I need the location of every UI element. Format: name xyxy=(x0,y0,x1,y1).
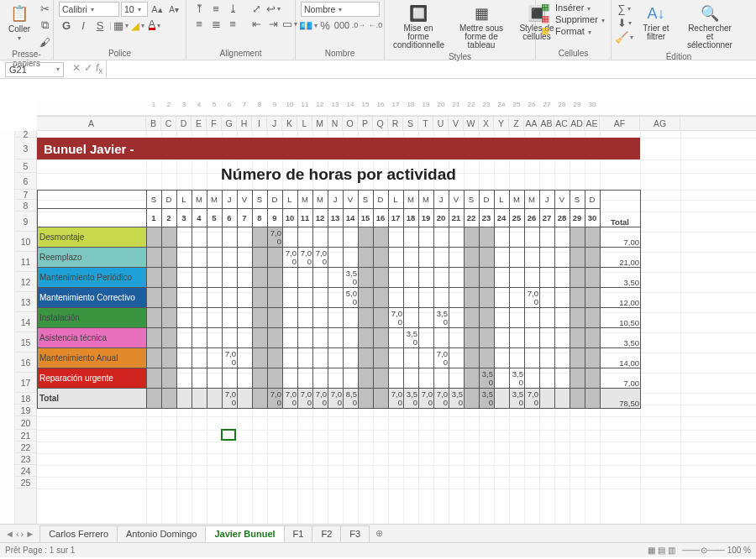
orientation-icon[interactable]: ⤢ xyxy=(249,2,264,15)
delete-cells-button[interactable]: ▦ Supprimer xyxy=(541,13,605,24)
sheet-tab[interactable]: F3 xyxy=(340,525,370,542)
copy-icon[interactable]: ⧉ xyxy=(37,18,52,32)
clear-icon[interactable]: 🧹 xyxy=(617,30,632,44)
bold-button[interactable]: G xyxy=(59,18,74,32)
accept-formula-icon[interactable]: ✓ xyxy=(84,62,92,76)
row-header-23[interactable]: 23 xyxy=(15,453,36,465)
col-header-R[interactable]: R xyxy=(388,117,403,130)
find-select-button[interactable]: 🔍 Rechercher et sélectionner xyxy=(680,2,739,51)
sheet-tab[interactable]: Carlos Ferrero xyxy=(39,525,118,542)
col-header-H[interactable]: H xyxy=(237,117,252,130)
sheet-tab[interactable]: Antonio Domingo xyxy=(117,525,206,542)
row-header-25[interactable]: 25 xyxy=(15,477,36,488)
sheet-tab[interactable]: Javier Bunuel xyxy=(205,525,284,542)
row-header-14[interactable]: 14 xyxy=(15,312,36,332)
decrease-decimal-icon[interactable]: ←.0 xyxy=(368,18,383,32)
col-header-O[interactable]: O xyxy=(343,117,358,130)
insert-cells-button[interactable]: ▦ Insérer xyxy=(541,2,591,13)
col-header-AB[interactable]: AB xyxy=(539,117,554,130)
currency-icon[interactable]: 💶 xyxy=(301,18,316,32)
cancel-formula-icon[interactable]: ✕ xyxy=(72,62,81,76)
col-header-M[interactable]: M xyxy=(312,117,328,130)
col-header-F[interactable]: F xyxy=(207,117,222,130)
decrease-font-icon[interactable]: A▾ xyxy=(166,3,181,16)
font-size-select[interactable]: 10 xyxy=(121,2,148,17)
col-header-J[interactable]: J xyxy=(267,117,282,130)
number-format-select[interactable]: Nombre xyxy=(301,2,380,17)
percent-icon[interactable]: % xyxy=(318,18,333,32)
formula-input[interactable] xyxy=(106,60,756,78)
row-header-20[interactable]: 20 xyxy=(15,416,36,430)
align-right-icon[interactable]: ≡ xyxy=(225,17,240,30)
underline-button[interactable]: S xyxy=(92,18,108,32)
sort-filter-button[interactable]: A↓ Trier et filtrer xyxy=(635,2,677,43)
col-header-D[interactable]: D xyxy=(176,117,192,130)
tab-first-icon[interactable]: ◄ xyxy=(5,529,14,539)
col-header-Q[interactable]: Q xyxy=(373,117,388,130)
column-headers[interactable]: ABCDEFGHIJKLMNOPQRSTUVWXYZAAABACADAEAFAG xyxy=(37,116,756,131)
new-sheet-icon[interactable]: ⊕ xyxy=(369,528,390,539)
worksheet-grid[interactable]: Bunuel Javier -Número de horas por activ… xyxy=(37,131,756,524)
align-center-icon[interactable]: ≣ xyxy=(208,17,223,30)
increase-font-icon[interactable]: A▴ xyxy=(150,3,165,16)
align-bottom-icon[interactable]: ⤓ xyxy=(225,2,240,15)
format-cells-button[interactable]: ▦ Format xyxy=(541,25,591,36)
name-box[interactable]: G21▾ xyxy=(5,62,64,77)
col-header-S[interactable]: S xyxy=(403,117,418,130)
sheet-tab[interactable]: F1 xyxy=(284,525,313,542)
row-header-22[interactable]: 22 xyxy=(15,441,36,453)
col-header-Y[interactable]: Y xyxy=(494,117,509,130)
autosum-icon[interactable]: ∑ xyxy=(617,2,632,15)
paste-button[interactable]: 📋 Coller ▾ xyxy=(5,2,34,44)
row-header-2[interactable]: 2 xyxy=(15,131,36,138)
italic-button[interactable]: I xyxy=(76,18,91,32)
col-header-E[interactable]: E xyxy=(192,117,207,130)
row-header-17[interactable]: 17 xyxy=(15,373,36,393)
tab-prev-icon[interactable]: ‹ xyxy=(16,529,19,539)
increase-decimal-icon[interactable]: .0→ xyxy=(351,18,366,32)
increase-indent-icon[interactable]: ⇥ xyxy=(265,17,281,30)
col-header-P[interactable]: P xyxy=(358,117,373,130)
wrap-text-icon[interactable]: ↩ xyxy=(265,2,281,15)
tab-last-icon[interactable]: ► xyxy=(25,529,34,539)
sheet-tab[interactable]: F2 xyxy=(312,525,341,542)
col-header-AC[interactable]: AC xyxy=(554,117,570,130)
row-header-18[interactable]: 18 xyxy=(15,393,36,405)
row-header-13[interactable]: 13 xyxy=(15,292,36,312)
col-header-G[interactable]: G xyxy=(222,117,237,130)
col-header-C[interactable]: C xyxy=(161,117,176,130)
view-controls[interactable]: ▦ ▤ ▥ ───⊙─── 100 % xyxy=(648,546,751,555)
fill-color-icon[interactable]: ◢ xyxy=(130,18,145,32)
row-header-10[interactable]: 10 xyxy=(15,232,36,252)
row-headers[interactable]: 235678910111213141516171819202122232425 xyxy=(15,131,37,524)
row-header-11[interactable]: 11 xyxy=(15,252,36,272)
col-header-L[interactable]: L xyxy=(297,117,312,130)
col-header-A[interactable]: A xyxy=(37,117,146,130)
row-header-24[interactable]: 24 xyxy=(15,465,36,477)
hours-table[interactable]: SDLMMJVSDLMMJVSDLMMJVSDLMMJVSDTotal12345… xyxy=(37,190,641,409)
row-header-9[interactable]: 9 xyxy=(15,212,36,232)
decrease-indent-icon[interactable]: ⇤ xyxy=(249,17,264,30)
col-header-Z[interactable]: Z xyxy=(509,117,524,130)
col-header-N[interactable]: N xyxy=(328,117,343,130)
col-header-T[interactable]: T xyxy=(418,117,433,130)
col-header-AF[interactable]: AF xyxy=(600,117,640,130)
col-header-V[interactable]: V xyxy=(449,117,464,130)
row-header-12[interactable]: 12 xyxy=(15,272,36,292)
align-left-icon[interactable]: ≡ xyxy=(192,17,207,30)
cut-icon[interactable]: ✂ xyxy=(37,2,52,15)
row-header-16[interactable]: 16 xyxy=(15,353,36,373)
row-header-3[interactable]: 3 xyxy=(15,138,36,159)
fill-icon[interactable]: ⬇ xyxy=(617,16,632,29)
col-header-K[interactable]: K xyxy=(282,117,297,130)
font-color-icon[interactable]: A xyxy=(147,18,162,32)
col-header-AD[interactable]: AD xyxy=(570,117,585,130)
row-header-6[interactable]: 6 xyxy=(15,173,36,190)
col-header-AE[interactable]: AE xyxy=(585,117,600,130)
comma-icon[interactable]: 000 xyxy=(334,18,349,32)
row-header-5[interactable]: 5 xyxy=(15,159,36,173)
col-header-U[interactable]: U xyxy=(433,117,449,130)
format-painter-icon[interactable]: 🖌 xyxy=(37,35,52,49)
col-header-X[interactable]: X xyxy=(479,117,494,130)
row-header-8[interactable]: 8 xyxy=(15,200,36,212)
